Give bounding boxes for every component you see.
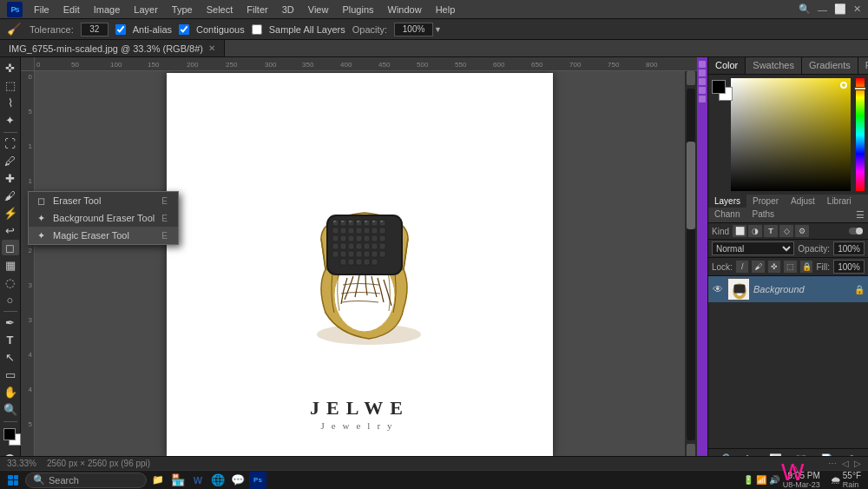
- tab-patterns[interactable]: Patterns: [858, 57, 868, 74]
- move-tool[interactable]: ✜: [2, 61, 19, 76]
- layer-opacity-input[interactable]: [833, 241, 865, 255]
- pen-tool[interactable]: ✒: [2, 315, 19, 331]
- vscroll-thumb[interactable]: [687, 142, 695, 229]
- opacity-dropdown-icon[interactable]: ▼: [434, 25, 442, 34]
- filter-smart-icon[interactable]: ⚙: [795, 225, 809, 237]
- background-eraser-option[interactable]: ✦ Background Eraser Tool E: [29, 209, 178, 227]
- lasso-tool[interactable]: ⌇: [2, 96, 19, 111]
- filter-toggle[interactable]: [847, 225, 865, 237]
- menu-plugins[interactable]: Plugins: [336, 3, 379, 17]
- close-btn[interactable]: ✕: [853, 3, 861, 15]
- selection-tool[interactable]: ⬚: [2, 78, 19, 94]
- quick-select-tool[interactable]: ✦: [2, 113, 19, 129]
- clone-tool[interactable]: ⚡: [2, 205, 19, 221]
- layer-visibility-toggle[interactable]: 👁: [712, 283, 724, 295]
- vertical-scrollbar[interactable]: [685, 71, 697, 458]
- magic-eraser-option[interactable]: ✦ Magic Eraser Tool E: [29, 227, 178, 244]
- battery-icon[interactable]: 🔋: [743, 475, 753, 485]
- contiguous-checkbox[interactable]: [179, 24, 189, 35]
- svg-rect-5: [348, 220, 354, 226]
- layer-row-background[interactable]: 👁 Background 🔒: [708, 276, 868, 302]
- tab-libraries[interactable]: Librari: [821, 195, 858, 208]
- menu-filter[interactable]: Filter: [240, 3, 273, 17]
- shape-tool[interactable]: ▭: [2, 367, 19, 383]
- filter-shape-icon[interactable]: ◇: [779, 225, 793, 237]
- minimize-btn[interactable]: —: [818, 4, 827, 15]
- teams-btn[interactable]: 💬: [229, 472, 247, 489]
- filter-type-icon[interactable]: T: [764, 225, 778, 237]
- history-brush-tool[interactable]: ↩: [2, 222, 19, 238]
- color-swatches[interactable]: [2, 428, 19, 446]
- eraser-tool-option[interactable]: ◻ Eraser Tool E: [29, 192, 178, 209]
- dodge-tool[interactable]: ○: [2, 292, 19, 307]
- lock-position-btn[interactable]: ✜: [768, 261, 781, 273]
- foreground-color[interactable]: [3, 428, 16, 440]
- layer-name[interactable]: Background: [753, 284, 851, 294]
- sample-all-checkbox[interactable]: [252, 24, 262, 35]
- weather-widget[interactable]: 🌧 55°F Rain: [827, 471, 865, 489]
- filter-pixel-icon[interactable]: ⬜: [733, 225, 746, 237]
- menu-file[interactable]: File: [28, 3, 56, 17]
- wifi-icon[interactable]: 📶: [756, 475, 766, 485]
- antialias-checkbox[interactable]: [115, 24, 126, 35]
- crop-tool[interactable]: ⛶: [2, 136, 19, 152]
- menu-help[interactable]: Help: [430, 3, 462, 17]
- eyedropper-tool[interactable]: 🖊: [2, 154, 19, 169]
- heal-tool[interactable]: ✚: [2, 171, 19, 187]
- search-bar[interactable]: 🔍 Search: [25, 472, 147, 488]
- lock-all-btn[interactable]: 🔒: [800, 261, 813, 273]
- tab-channels[interactable]: Chann: [708, 208, 746, 222]
- opacity-input[interactable]: [394, 23, 433, 36]
- hand-tool[interactable]: ✋: [2, 385, 19, 400]
- lock-image-btn[interactable]: 🖌: [752, 261, 765, 273]
- search-icon[interactable]: 🔍: [799, 3, 811, 15]
- gradient-tool[interactable]: ▦: [2, 257, 19, 273]
- canvas-document[interactable]: JELWE Jewelry: [167, 73, 553, 457]
- file-explorer-btn[interactable]: 📁: [149, 472, 167, 489]
- close-document-btn[interactable]: ✕: [208, 43, 215, 53]
- menu-select[interactable]: Select: [201, 3, 240, 17]
- tab-paths[interactable]: Paths: [746, 208, 780, 222]
- filter-adjustment-icon[interactable]: ◑: [748, 225, 762, 237]
- color-gradient-box[interactable]: [731, 78, 851, 191]
- blur-tool[interactable]: ◌: [2, 274, 19, 290]
- tolerance-input[interactable]: [81, 23, 108, 36]
- eraser-tool[interactable]: ◻: [2, 240, 19, 255]
- tab-properties[interactable]: Proper: [746, 195, 785, 208]
- lock-transparent-btn[interactable]: /: [736, 261, 749, 273]
- hue-strip[interactable]: [856, 78, 865, 191]
- fill-input[interactable]: [833, 260, 865, 274]
- ps-app-icon: Ps: [7, 2, 23, 17]
- tab-layers[interactable]: Layers: [708, 195, 746, 208]
- menu-edit[interactable]: Edit: [57, 3, 86, 17]
- ps-taskbar-btn[interactable]: Ps: [249, 472, 266, 489]
- document-tab[interactable]: IMG_6755-min-scaled.jpg @ 33.3% (RGB/8#)…: [0, 40, 225, 56]
- maximize-btn[interactable]: ⬜: [834, 3, 846, 15]
- color-fg-swatch[interactable]: [712, 80, 726, 94]
- menu-window[interactable]: Window: [382, 3, 428, 17]
- blend-mode-select[interactable]: Normal: [712, 241, 794, 255]
- menu-view[interactable]: View: [302, 3, 335, 17]
- ms-store-btn[interactable]: 🏪: [169, 472, 187, 489]
- left-toolbar: ✜ ⬚ ⌇ ✦ ⛶ 🖊 ✚ 🖌 ⚡ ↩ ◻ ▦ ◌ ○ ✒ T ↖ ▭ ✋ 🔍 …: [0, 57, 21, 470]
- start-button[interactable]: [3, 472, 23, 489]
- tab-swatches[interactable]: Swatches: [746, 57, 802, 74]
- layers-panel-menu[interactable]: ☰: [852, 208, 868, 222]
- type-tool[interactable]: T: [2, 333, 19, 348]
- lock-artboard-btn[interactable]: ⬚: [784, 261, 797, 273]
- menu-type[interactable]: Type: [166, 3, 199, 17]
- path-selection-tool[interactable]: ↖: [2, 350, 19, 366]
- zoom-tool[interactable]: 🔍: [2, 402, 19, 418]
- menu-image[interactable]: Image: [88, 3, 127, 17]
- status-nav[interactable]: ◁: [842, 459, 849, 468]
- menu-layer[interactable]: Layer: [128, 3, 164, 17]
- tab-adjustments[interactable]: Adjust: [785, 195, 821, 208]
- chrome-btn[interactable]: 🌐: [209, 472, 227, 489]
- menu-3d[interactable]: 3D: [276, 3, 300, 17]
- volume-icon[interactable]: 🔊: [769, 475, 779, 485]
- tab-color[interactable]: Color: [708, 57, 746, 74]
- status-nav-right[interactable]: ▷: [854, 459, 861, 468]
- tab-gradients[interactable]: Gradients: [802, 57, 858, 74]
- brush-tool[interactable]: 🖌: [2, 188, 19, 203]
- word-btn[interactable]: W: [189, 472, 207, 489]
